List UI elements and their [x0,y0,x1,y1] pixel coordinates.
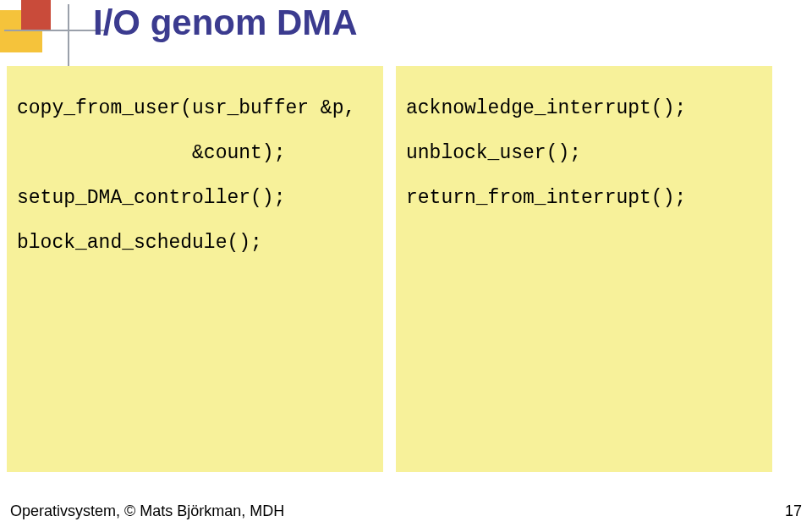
code-line: acknowledge_interrupt(); [406,86,762,131]
code-line: block_and_schedule(); [17,221,373,266]
code-line: unblock_user(); [406,131,762,176]
code-line: copy_from_user(usr_buffer &p, [17,86,373,131]
slide-title: I/O genom DMA [93,3,358,43]
slide-decoration [0,0,93,55]
code-block-left: copy_from_user(usr_buffer &p, &count); s… [7,66,383,472]
page-number: 17 [785,502,802,520]
slide-footer: Operativsystem, © Mats Björkman, MDH [10,502,284,520]
code-line: return_from_interrupt(); [406,176,762,221]
code-line: &count); [17,131,373,176]
deco-grid-lines [42,17,93,59]
code-block-right: acknowledge_interrupt(); unblock_user();… [396,66,772,472]
code-line: setup_DMA_controller(); [17,176,373,221]
